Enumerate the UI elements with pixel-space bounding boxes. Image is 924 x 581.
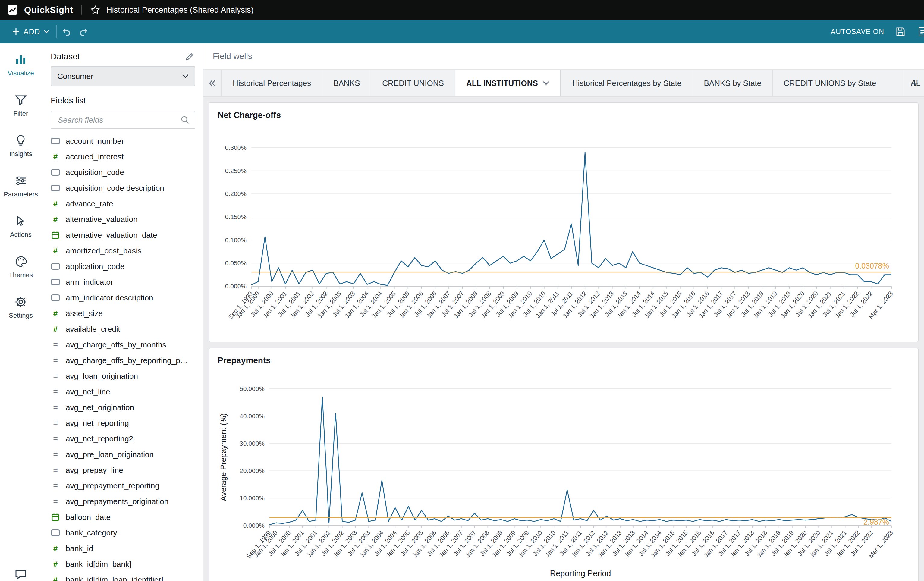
field-item[interactable]: arm_indicator description (51, 290, 195, 305)
field-item[interactable]: #bank_id (51, 541, 195, 556)
save-icon[interactable] (891, 26, 909, 37)
favorite-star-icon[interactable] (91, 5, 100, 15)
rail-item-visualize[interactable]: Visualize (8, 53, 34, 77)
scroll-tabs-left-icon[interactable] (203, 70, 221, 96)
string-field-icon (51, 138, 60, 144)
rail-label: Visualize (8, 69, 34, 77)
prepayments-visual[interactable]: Prepayments 0.000%10.000%20.000%30.000%4… (208, 348, 919, 581)
field-item[interactable]: alternative_valuation_date (51, 227, 195, 243)
tab-historical-percentages[interactable]: Historical Percentages (221, 70, 322, 96)
field-item[interactable]: #amortized_cost_basis (51, 243, 195, 259)
svg-text:0.000%: 0.000% (225, 283, 246, 290)
field-wells-label: Field wells (213, 51, 252, 61)
field-item[interactable]: #bank_id[dim_bank] (51, 556, 195, 572)
rail-item-parameters[interactable]: Parameters (3, 174, 38, 198)
field-item[interactable]: #accrued_interest (51, 149, 195, 165)
quicksight-logo-icon[interactable] (7, 5, 18, 15)
calculated-field-icon: = (53, 371, 58, 381)
brand-name: QuickSight (24, 5, 73, 15)
field-item[interactable]: account_number (51, 133, 195, 149)
string-field-icon (51, 294, 60, 301)
field-item[interactable]: =avg_charge_offs_by_months (51, 337, 195, 353)
tab-all-institutions[interactable]: ALL INSTITUTIONS (455, 70, 561, 96)
rail-label: Parameters (3, 190, 38, 198)
svg-text:0.150%: 0.150% (225, 213, 246, 220)
number-field-icon: # (53, 199, 58, 208)
rail-item-themes[interactable]: Themes (9, 255, 33, 279)
svg-text:0.050%: 0.050% (225, 259, 246, 266)
fields-search (51, 111, 195, 129)
autosave-status[interactable]: AUTOSAVE ON (831, 28, 884, 36)
add-button[interactable]: ADD (5, 20, 56, 43)
field-item[interactable]: =avg_net_line (51, 384, 195, 399)
field-wells-bar[interactable]: Field wells (203, 43, 924, 70)
add-button-label: ADD (23, 27, 40, 36)
field-item[interactable]: bank_category (51, 525, 195, 541)
feedback-chat-icon[interactable] (14, 568, 27, 581)
field-item[interactable]: =avg_prepayments_origination (51, 494, 195, 509)
rail-item-insights[interactable]: Insights (9, 134, 32, 158)
field-item[interactable]: =avg_pre_loan_origination (51, 447, 195, 462)
field-item[interactable]: #bank_id[dim_loan_identifier] (51, 572, 195, 581)
rail-item-actions[interactable]: Actions (10, 215, 31, 239)
svg-text:0.000%: 0.000% (243, 522, 265, 529)
plus-icon (12, 28, 20, 36)
rail-label: Actions (10, 231, 31, 239)
field-item[interactable]: arm_indicator (51, 274, 195, 290)
field-item[interactable]: #asset_size (51, 305, 195, 321)
tab-historical-percentages-by-state[interactable]: Historical Percentages by State (561, 70, 693, 96)
svg-text:50.000%: 50.000% (239, 385, 265, 392)
field-item[interactable]: balloon_date (51, 509, 195, 525)
tab-menu-chevron-icon[interactable] (543, 81, 549, 85)
calendar-field-icon (51, 231, 60, 239)
field-item[interactable]: =avg_loan_origination (51, 368, 195, 384)
tab-banks[interactable]: BANKS (322, 70, 371, 96)
quicksight-app: QuickSight Historical Percentages (Share… (0, 0, 924, 581)
svg-text:2.987%: 2.987% (863, 518, 889, 526)
calculated-field-icon: = (53, 340, 58, 350)
field-item[interactable]: #available_credit (51, 321, 195, 337)
field-item[interactable]: acquisition_code (51, 165, 195, 180)
field-item[interactable]: =avg_net_reporting2 (51, 431, 195, 447)
field-item[interactable]: #alternative_valuation (51, 211, 195, 227)
add-sheet-icon[interactable] (906, 70, 923, 96)
field-item[interactable]: =avg_prepayment_reporting (51, 478, 195, 494)
tab-banks-by-state[interactable]: BANKS by State (693, 70, 772, 96)
field-item[interactable]: acquisition_code description (51, 180, 195, 196)
field-item[interactable]: #advance_rate (51, 196, 195, 211)
field-item[interactable]: =avg_prepay_line (51, 462, 195, 478)
svg-text:Average Prepayment (%): Average Prepayment (%) (219, 413, 228, 501)
search-input[interactable] (57, 115, 181, 125)
field-item[interactable]: application_code (51, 259, 195, 274)
calculated-field-icon: = (53, 387, 58, 396)
funnel-icon (14, 93, 27, 107)
field-item[interactable]: =avg_net_reporting (51, 415, 195, 431)
edit-dataset-icon[interactable] (185, 52, 194, 61)
main-area: Field wells Historical Percentages BANKS… (203, 43, 924, 581)
tab-credit-unions[interactable]: CREDIT UNIONS (371, 70, 455, 96)
cursor-action-icon (14, 215, 27, 228)
svg-text:0.200%: 0.200% (225, 190, 246, 197)
net-charge-offs-visual[interactable]: Net Charge-offs 0.000%0.050%0.100%0.150%… (208, 102, 919, 342)
undo-icon[interactable] (57, 20, 75, 43)
calculated-field-icon: = (53, 419, 58, 428)
gear-icon (14, 295, 27, 309)
svg-text:0.300%: 0.300% (225, 144, 246, 151)
file-export-icon[interactable] (913, 26, 924, 37)
redo-icon[interactable] (75, 20, 93, 43)
number-field-icon: # (53, 575, 58, 581)
string-field-icon (51, 263, 60, 270)
top-bar: QuickSight Historical Percentages (Share… (0, 0, 924, 20)
rail-label: Filter (13, 110, 28, 117)
number-field-icon: # (53, 325, 58, 334)
tab-credit-unions-by-state[interactable]: CREDIT UNIONS by State (772, 70, 887, 96)
field-item[interactable]: =avg_charge_offs_by_reporting_p… (51, 353, 195, 368)
rail-item-filter[interactable]: Filter (13, 93, 28, 117)
sheet-canvas: Net Charge-offs 0.000%0.050%0.100%0.150%… (203, 97, 924, 581)
search-icon[interactable] (181, 116, 189, 124)
dataset-select[interactable]: Consumer (51, 66, 195, 86)
calculated-field-icon: = (53, 356, 58, 365)
rail-item-settings[interactable]: Settings (9, 295, 33, 319)
field-item[interactable]: =avg_net_origination (51, 399, 195, 415)
calculated-field-icon: = (53, 497, 58, 506)
